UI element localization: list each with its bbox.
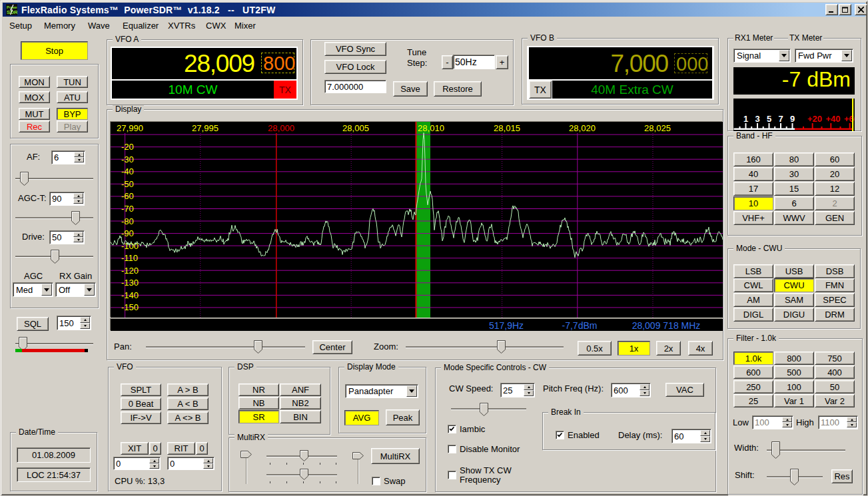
svg-text:-30: -30 xyxy=(121,154,134,164)
svg-text:-60: -60 xyxy=(121,191,134,201)
svg-text:-140: -140 xyxy=(121,290,139,300)
svg-text:-90: -90 xyxy=(121,228,134,238)
svg-text:7: 7 xyxy=(778,114,783,124)
svg-text:-40: -40 xyxy=(121,166,134,176)
svg-text:1: 1 xyxy=(743,114,748,124)
svg-text:3: 3 xyxy=(755,114,759,124)
svg-text:+40: +40 xyxy=(825,114,840,124)
svg-text:9: 9 xyxy=(790,114,795,124)
svg-text:28,000: 28,000 xyxy=(268,123,294,133)
svg-text:27,995: 27,995 xyxy=(192,123,218,133)
svg-text:-80: -80 xyxy=(121,216,134,226)
svg-text:-20: -20 xyxy=(121,142,134,152)
svg-text:5: 5 xyxy=(767,114,771,124)
svg-text:-150: -150 xyxy=(121,302,139,312)
svg-text:28,005: 28,005 xyxy=(342,123,369,133)
svg-text:28,010: 28,010 xyxy=(418,123,444,133)
svg-text:+20: +20 xyxy=(807,114,822,124)
svg-text:-110: -110 xyxy=(121,253,138,263)
svg-text:-120: -120 xyxy=(121,266,139,276)
svg-text:-130: -130 xyxy=(121,278,139,288)
svg-text:28,025: 28,025 xyxy=(644,123,671,133)
svg-text:28,020: 28,020 xyxy=(569,123,596,133)
svg-text:-50: -50 xyxy=(121,179,134,189)
svg-text:-70: -70 xyxy=(121,204,134,214)
svg-text:28,015: 28,015 xyxy=(494,123,520,133)
svg-text:27,990: 27,990 xyxy=(117,123,143,133)
